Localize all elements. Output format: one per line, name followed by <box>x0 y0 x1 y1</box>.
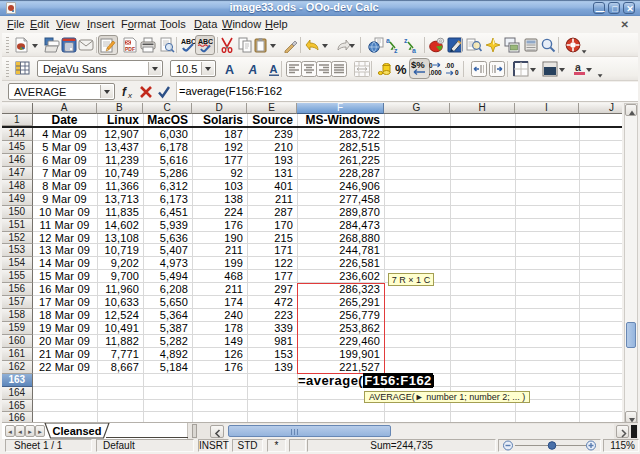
svg-text:a: a <box>386 37 390 44</box>
svg-text:0: 0 <box>455 69 459 76</box>
svg-text:A: A <box>248 63 258 77</box>
svg-text:PDF: PDF <box>125 46 135 52</box>
svg-text:a: a <box>575 61 581 73</box>
svg-text:x: x <box>127 91 133 100</box>
svg-text:$%: $% <box>411 60 425 70</box>
svg-text:ABC: ABC <box>198 38 213 45</box>
svg-text:%: % <box>395 62 407 77</box>
svg-text:ABC: ABC <box>181 38 196 45</box>
svg-text:f: f <box>122 85 127 99</box>
svg-text:.000: .000 <box>429 69 442 76</box>
svg-text:.00: .00 <box>445 62 454 69</box>
svg-text:A: A <box>270 63 278 75</box>
svg-text:z: z <box>404 37 408 44</box>
svg-text:A: A <box>225 63 234 77</box>
svg-text:0: 0 <box>429 62 433 69</box>
